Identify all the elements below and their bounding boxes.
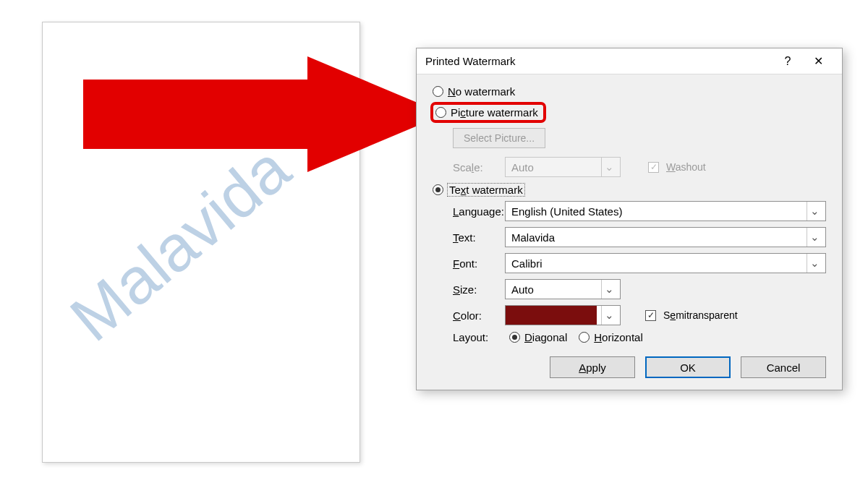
radio-no-watermark[interactable]: No watermark xyxy=(433,83,826,100)
scale-label: Scale: xyxy=(433,161,498,174)
dialog-button-row: Apply OK Cancel xyxy=(433,351,826,378)
chevron-down-icon: ⌄ xyxy=(807,202,822,221)
dialog-titlebar: Printed Watermark ? ✕ xyxy=(417,48,842,74)
scale-value: Auto xyxy=(511,161,597,174)
chevron-down-icon: ⌄ xyxy=(807,254,822,273)
layout-diagonal-option[interactable]: Diagonal xyxy=(509,331,567,343)
layout-horizontal-label: Horizontal xyxy=(594,331,643,343)
apply-button[interactable]: Apply xyxy=(550,356,635,378)
radio-picture-watermark-row: Picture watermark xyxy=(433,100,826,125)
radio-icon xyxy=(433,86,443,97)
language-combo[interactable]: English (United States) ⌄ xyxy=(505,201,826,221)
size-row: Size: Auto ⌄ xyxy=(433,276,826,302)
font-row: Font: Calibri ⌄ xyxy=(433,250,826,276)
washout-checkbox: ✓ xyxy=(648,162,659,173)
radio-text-watermark-label: Text watermark xyxy=(448,184,524,196)
semitransparent-checkbox[interactable]: ✓ xyxy=(645,310,656,321)
radio-icon[interactable] xyxy=(435,107,446,118)
size-combo[interactable]: Auto ⌄ xyxy=(505,279,621,299)
text-combo[interactable]: Malavida ⌄ xyxy=(505,227,826,247)
text-label: Text: xyxy=(433,231,498,244)
radio-icon xyxy=(509,332,520,343)
document-preview: Malavida xyxy=(42,22,360,463)
chevron-down-icon: ⌄ xyxy=(601,306,617,325)
radio-picture-watermark-label[interactable]: Picture watermark xyxy=(451,106,538,119)
text-value: Malavida xyxy=(511,231,802,244)
language-row: Language: English (United States) ⌄ xyxy=(433,198,826,224)
color-combo[interactable]: ⌄ xyxy=(505,305,621,325)
layout-row: Layout: Diagonal Horizontal xyxy=(433,328,826,351)
close-button[interactable]: ✕ xyxy=(803,48,833,74)
radio-icon xyxy=(433,184,443,195)
color-swatch xyxy=(506,306,597,325)
select-picture-button: Select Picture... xyxy=(453,128,545,148)
color-label: Color: xyxy=(433,309,498,322)
font-label: Font: xyxy=(433,257,498,270)
font-value: Calibri xyxy=(511,257,802,270)
layout-horizontal-option[interactable]: Horizontal xyxy=(579,331,643,343)
scale-combo: Auto ⌄ xyxy=(505,157,621,177)
semitransparent-label: Semitransparent xyxy=(663,309,738,321)
layout-diagonal-label: Diagonal xyxy=(524,331,567,343)
radio-icon xyxy=(579,332,590,343)
dialog-title: Printed Watermark xyxy=(425,55,773,67)
color-row: Color: ⌄ ✓ Semitransparent xyxy=(433,302,826,328)
chevron-down-icon: ⌄ xyxy=(601,280,617,299)
scale-row: Scale: Auto ⌄ ✓ Washout xyxy=(433,154,826,180)
dialog-body: No watermark Picture watermark Select Pi… xyxy=(417,74,842,390)
size-value: Auto xyxy=(511,283,597,296)
radio-text-watermark[interactable]: Text watermark xyxy=(433,181,826,198)
language-label: Language: xyxy=(433,205,498,218)
ok-button[interactable]: OK xyxy=(645,356,731,378)
help-button[interactable]: ? xyxy=(773,48,803,74)
printed-watermark-dialog: Printed Watermark ? ✕ No watermark Pictu… xyxy=(416,48,843,390)
radio-label: No watermark xyxy=(448,85,515,98)
font-combo[interactable]: Calibri ⌄ xyxy=(505,253,826,273)
chevron-down-icon: ⌄ xyxy=(601,158,617,176)
document-watermark-text: Malavida xyxy=(56,132,304,356)
chevron-down-icon: ⌄ xyxy=(807,228,822,247)
layout-label: Layout: xyxy=(433,331,498,343)
highlight-annotation: Picture watermark xyxy=(430,102,546,123)
language-value: English (United States) xyxy=(511,205,802,218)
size-label: Size: xyxy=(433,283,498,296)
washout-label: Washout xyxy=(666,161,706,173)
text-row: Text: Malavida ⌄ xyxy=(433,224,826,250)
cancel-button[interactable]: Cancel xyxy=(741,356,826,378)
